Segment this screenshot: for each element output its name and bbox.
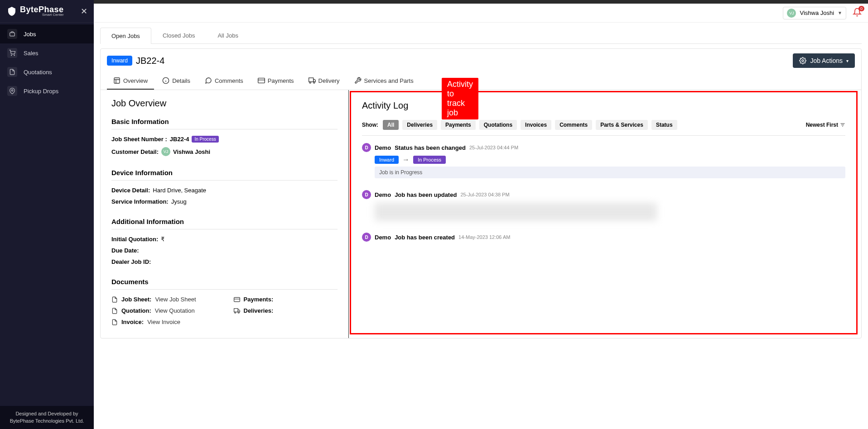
brand-logo: BytePhase Smart Center	[6, 5, 64, 17]
job-sheet-label: Job Sheet Number :	[111, 136, 167, 143]
document-icon	[7, 67, 17, 77]
sort-icon	[840, 122, 845, 128]
subtab-delivery[interactable]: Delivery	[302, 72, 346, 90]
sidebar-item-label: Pickup Drops	[24, 88, 58, 95]
status-transition: Inward → In Process	[375, 156, 845, 164]
log-user: Demo	[375, 234, 391, 241]
overview-title: Job Overview	[111, 98, 338, 109]
filter-deliveries[interactable]: Deliveries	[402, 120, 437, 130]
arrow-icon: →	[402, 156, 410, 164]
job-sheet-row: Job Sheet Number : JB22-4 In Process	[111, 136, 338, 143]
sidebar-item-label: Jobs	[24, 31, 36, 38]
file-icon	[111, 296, 118, 303]
job-title: Inward JB22-4	[107, 56, 164, 66]
gear-icon	[799, 57, 806, 64]
sidebar-item-quotations[interactable]: Quotations	[0, 62, 94, 81]
device-info-heading: Device Information	[111, 169, 338, 176]
tools-icon	[354, 77, 362, 84]
sidebar-item-label: Sales	[24, 50, 39, 57]
svg-point-4	[802, 60, 804, 62]
log-avatar: D	[362, 233, 371, 242]
customer-row: Customer Detail: VJ Vishwa Joshi	[111, 147, 338, 156]
log-avatar: D	[362, 143, 371, 152]
doc-label: Payments:	[244, 296, 274, 303]
sidebar-item-sales[interactable]: Sales	[0, 43, 94, 62]
filter-invoices[interactable]: Invoices	[521, 120, 551, 130]
truck-icon	[309, 77, 316, 84]
due-row: Due Date:	[111, 247, 338, 254]
sort-button[interactable]: Newest First	[806, 122, 845, 128]
filter-status[interactable]: Status	[651, 120, 677, 130]
subtab-details[interactable]: Details	[156, 72, 197, 90]
activity-filters: Show: All Deliveries Payments Quotations…	[362, 120, 845, 130]
log-time: 25-Jul-2023 04:44 PM	[469, 145, 518, 150]
job-actions-button[interactable]: Job Actions ▾	[793, 53, 855, 68]
svg-point-13	[309, 82, 311, 83]
view-quotation-link[interactable]: View Quotation	[155, 307, 195, 314]
doc-deliveries: Deliveries:	[234, 307, 338, 314]
customer-name: Vishwa Joshi	[173, 148, 210, 155]
info-icon	[162, 77, 169, 84]
log-user: Demo	[375, 191, 391, 198]
filter-parts-services[interactable]: Parts & Services	[596, 120, 648, 130]
view-invoice-link[interactable]: View Invoice	[147, 319, 180, 325]
tab-all-jobs[interactable]: All Jobs	[206, 27, 250, 43]
doc-label: Job Sheet:	[121, 296, 151, 303]
notifications-button[interactable]: 0	[853, 8, 862, 19]
brand-subtitle: Smart Center	[20, 13, 64, 17]
doc-label: Deliveries:	[244, 307, 274, 314]
view-jobsheet-link[interactable]: View Job Sheet	[155, 296, 196, 303]
basic-info-heading: Basic Information	[111, 118, 338, 125]
log-action: Job has been created	[395, 234, 455, 241]
user-menu[interactable]: VJ Vishwa Joshi ▼	[783, 7, 846, 19]
subtab-label: Delivery	[318, 77, 340, 84]
shield-icon	[6, 6, 17, 17]
truck-icon	[234, 308, 240, 314]
svg-marker-18	[238, 310, 240, 312]
quote-row: Initial Quotation: ₹	[111, 236, 338, 243]
svg-point-19	[234, 312, 236, 313]
location-icon	[7, 86, 17, 96]
job-status-badge: Inward	[107, 56, 132, 66]
service-row: Service Information: Jysug	[111, 198, 338, 205]
chevron-down-icon: ▾	[846, 58, 849, 63]
subtab-payments[interactable]: Payments	[251, 72, 300, 90]
doc-quotation: Quotation: View Quotation	[111, 307, 216, 314]
content: Open Jobs Closed Jobs All Jobs Inward JB…	[94, 23, 868, 429]
file-icon	[111, 308, 118, 314]
user-avatar: VJ	[787, 9, 796, 18]
sidebar-item-jobs[interactable]: Jobs	[0, 24, 94, 43]
filter-payments[interactable]: Payments	[441, 120, 476, 130]
sidebar-item-pickup-drops[interactable]: Pickup Drops	[0, 81, 94, 100]
documents-grid: Job Sheet: View Job Sheet Quotation: Vie…	[111, 296, 338, 330]
divider	[362, 135, 845, 136]
subtab-comments[interactable]: Comments	[198, 72, 250, 90]
additional-info-heading: Additional Information	[111, 218, 338, 225]
status-from: Inward	[375, 156, 399, 164]
due-label: Due Date:	[111, 247, 139, 254]
dealer-row: Dealer Job ID:	[111, 258, 338, 265]
redacted-content	[375, 203, 657, 221]
tab-open-jobs[interactable]: Open Jobs	[100, 28, 151, 44]
log-note: Job is in Progress	[375, 167, 845, 178]
service-value: Jysug	[171, 198, 187, 205]
sidebar-item-label: Quotations	[24, 69, 52, 76]
filter-quotations[interactable]: Quotations	[479, 120, 517, 130]
main-area: VJ Vishwa Joshi ▼ 0 Open Jobs Closed Job…	[94, 0, 868, 429]
tab-closed-jobs[interactable]: Closed Jobs	[151, 27, 207, 43]
subtab-services-parts[interactable]: Services and Parts	[348, 72, 420, 90]
close-icon[interactable]: ✕	[81, 6, 87, 16]
quote-label: Initial Quotation:	[111, 236, 158, 243]
svg-rect-11	[309, 78, 313, 82]
customer-avatar: VJ	[161, 147, 170, 156]
divider	[111, 289, 338, 290]
svg-point-1	[11, 55, 12, 56]
log-time: 14-May-2023 12:06 AM	[458, 234, 510, 240]
filter-comments[interactable]: Comments	[555, 120, 592, 130]
documents-heading: Documents	[111, 278, 338, 286]
user-name: Vishwa Joshi	[800, 10, 834, 16]
subtab-overview[interactable]: Overview	[107, 72, 154, 90]
filter-all[interactable]: All	[383, 120, 399, 130]
file-icon	[111, 319, 118, 325]
divider	[111, 229, 338, 229]
